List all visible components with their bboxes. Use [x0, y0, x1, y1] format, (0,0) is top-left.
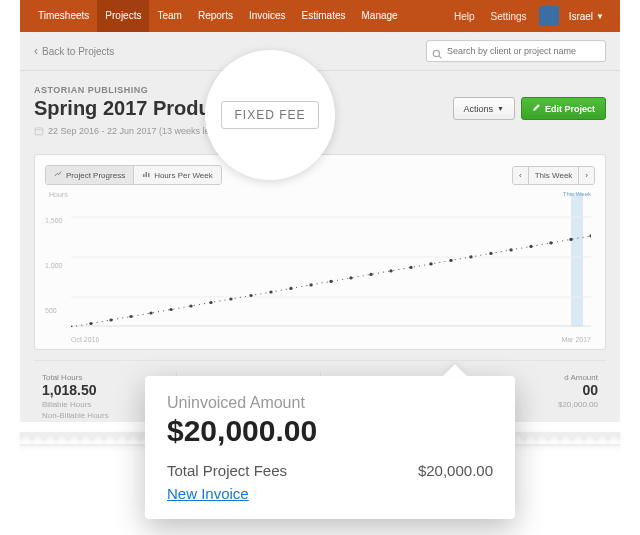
y-axis-title: Hours [49, 191, 68, 198]
svg-point-18 [209, 301, 212, 304]
svg-point-25 [349, 276, 352, 279]
svg-point-16 [169, 308, 172, 311]
nav-projects[interactable]: Projects [97, 0, 149, 32]
svg-point-15 [149, 311, 152, 314]
svg-point-32 [489, 252, 492, 255]
y-tick: 1,500 [45, 217, 63, 224]
svg-point-12 [89, 322, 92, 325]
pencil-icon [532, 103, 541, 114]
nav-invoices[interactable]: Invoices [241, 0, 294, 32]
user-name: Israel [569, 11, 593, 22]
y-tick: 1,000 [45, 262, 63, 269]
calendar-icon [34, 126, 44, 136]
svg-point-29 [429, 262, 432, 265]
chart-area: Hours 1,500 1,000 500 This Week Oct 2016 [45, 193, 595, 343]
chart-card: Project Progress Hours Per Week ‹ This W… [34, 154, 606, 350]
week-this-button[interactable]: This Week [529, 167, 580, 184]
fixed-fee-callout: FIXED FEE [205, 50, 335, 180]
svg-point-26 [369, 273, 372, 276]
svg-point-22 [289, 287, 292, 290]
nav-settings[interactable]: Settings [482, 11, 534, 22]
tab1-label: Project Progress [66, 171, 125, 180]
actions-label: Actions [464, 104, 494, 114]
new-invoice-link[interactable]: New Invoice [167, 485, 249, 502]
avatar[interactable] [539, 6, 559, 26]
x-tick: Mar 2017 [561, 336, 591, 343]
search-field[interactable] [426, 40, 606, 62]
svg-rect-6 [148, 173, 150, 177]
line-chart-icon [54, 170, 62, 180]
popover-heading: Uninvoiced Amount [167, 394, 493, 412]
svg-point-36 [569, 238, 572, 241]
tab-hours-per-week[interactable]: Hours Per Week [134, 166, 221, 184]
chevron-down-icon: ▼ [497, 105, 504, 112]
nav-timesheets[interactable]: Timesheets [30, 0, 97, 32]
nav-reports[interactable]: Reports [190, 0, 241, 32]
edit-label: Edit Project [545, 104, 595, 114]
popover-row-value: $20,000.00 [418, 462, 493, 479]
nav-help[interactable]: Help [446, 11, 483, 22]
edit-project-button[interactable]: Edit Project [521, 97, 606, 120]
uninvoiced-popover: Uninvoiced Amount $20,000.00 Total Proje… [145, 376, 515, 519]
bar-chart-icon [142, 170, 150, 180]
svg-point-30 [449, 259, 452, 262]
popover-row-label: Total Project Fees [167, 462, 287, 479]
svg-point-14 [129, 315, 132, 318]
svg-point-17 [189, 304, 192, 307]
svg-point-23 [309, 283, 312, 286]
sub-bar: Back to Projects [20, 32, 620, 71]
tab-project-progress[interactable]: Project Progress [46, 166, 134, 184]
dates-text: 22 Sep 2016 - 22 Jun 2017 (13 weeks left… [48, 126, 218, 136]
back-link[interactable]: Back to Projects [34, 44, 114, 58]
svg-line-1 [439, 56, 442, 59]
y-tick: 500 [45, 307, 57, 314]
week-next-button[interactable]: › [579, 167, 594, 184]
svg-rect-5 [146, 172, 148, 177]
stat-sub-amount: $20,000.00 [558, 400, 598, 409]
x-tick: Oct 2016 [71, 336, 99, 343]
top-nav: Timesheets Projects Team Reports Invoice… [20, 0, 620, 32]
chart-tab-group: Project Progress Hours Per Week [45, 165, 222, 185]
search-input[interactable] [426, 40, 606, 62]
nav-team[interactable]: Team [149, 0, 189, 32]
svg-point-37 [589, 234, 591, 237]
svg-point-27 [389, 269, 392, 272]
tab2-label: Hours Per Week [154, 171, 213, 180]
fixed-fee-badge: FIXED FEE [221, 101, 318, 129]
svg-point-19 [229, 297, 232, 300]
svg-point-13 [109, 318, 112, 321]
week-navigator: ‹ This Week › [512, 166, 595, 185]
svg-point-20 [249, 294, 252, 297]
nav-estimates[interactable]: Estimates [294, 0, 354, 32]
svg-point-31 [469, 255, 472, 258]
actions-button[interactable]: Actions ▼ [453, 97, 515, 120]
svg-point-34 [529, 245, 532, 248]
svg-point-35 [549, 241, 552, 244]
svg-point-24 [329, 280, 332, 283]
svg-point-21 [269, 290, 272, 293]
nav-manage[interactable]: Manage [354, 0, 406, 32]
search-icon [432, 45, 442, 55]
svg-point-28 [409, 266, 412, 269]
svg-rect-4 [143, 174, 145, 177]
svg-rect-2 [35, 128, 43, 135]
svg-point-0 [433, 50, 439, 56]
svg-point-33 [509, 248, 512, 251]
popover-amount: $20,000.00 [167, 414, 493, 448]
chevron-down-icon: ▼ [596, 12, 604, 21]
week-prev-button[interactable]: ‹ [513, 167, 529, 184]
user-menu[interactable]: Israel ▼ [563, 11, 610, 22]
